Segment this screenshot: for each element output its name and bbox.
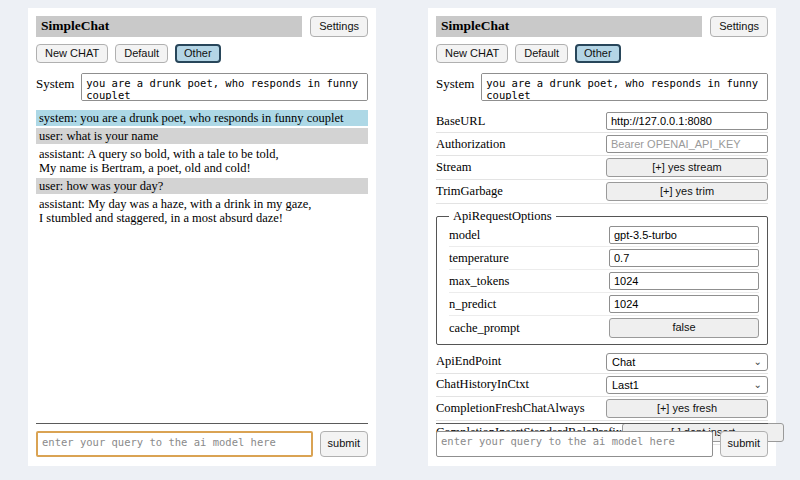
- chat-history-label: ChatHistoryInCtxt: [436, 377, 529, 392]
- session-button-default[interactable]: Default: [115, 44, 168, 63]
- setting-row-n-predict: n_predict: [449, 293, 759, 316]
- session-button-new-chat[interactable]: New CHAT: [36, 44, 108, 63]
- model-input[interactable]: [609, 226, 759, 244]
- session-buttons: New CHAT Default Other: [36, 44, 368, 63]
- query-input[interactable]: [36, 431, 313, 457]
- system-label: System: [436, 73, 474, 92]
- session-buttons: New CHAT Default Other: [436, 44, 768, 63]
- header: SimpleChat Settings: [436, 16, 768, 37]
- setting-row-authorization: Authorization: [436, 133, 768, 156]
- trimgarbage-label: TrimGarbage: [436, 184, 503, 199]
- settings-list: BaseURL Authorization Stream [+] yes str…: [436, 110, 768, 445]
- authorization-input[interactable]: [606, 135, 768, 153]
- cache-prompt-label: cache_prompt: [449, 321, 520, 336]
- chat-message-assistant: assistant: A query so bold, with a tale …: [36, 146, 368, 176]
- completion-fresh-toggle-button[interactable]: [+] yes fresh: [606, 399, 768, 418]
- divider: [436, 423, 768, 424]
- query-footer: submit: [436, 423, 768, 457]
- api-endpoint-label: ApiEndPoint: [436, 354, 501, 369]
- chat-message-system: system: you are a drunk poet, who respon…: [36, 110, 368, 126]
- api-endpoint-selected-value: Chat: [612, 356, 635, 368]
- divider: [36, 423, 368, 424]
- api-request-options-fieldset: ApiRequestOptions model temperature max_…: [436, 209, 768, 344]
- setting-row-stream: Stream [+] yes stream: [436, 156, 768, 180]
- session-button-other[interactable]: Other: [175, 44, 221, 63]
- chat-message-list: system: you are a drunk poet, who respon…: [36, 110, 368, 226]
- setting-row-chat-history: ChatHistoryInCtxt Last1 ⌄: [436, 374, 768, 397]
- baseurl-label: BaseURL: [436, 114, 485, 129]
- setting-row-completion-fresh: CompletionFreshChatAlways [+] yes fresh: [436, 397, 768, 421]
- setting-row-trimgarbage: TrimGarbage [+] yes trim: [436, 180, 768, 204]
- chat-panel: SimpleChat Settings New CHAT Default Oth…: [28, 8, 376, 466]
- api-request-options-legend: ApiRequestOptions: [449, 209, 556, 224]
- n-predict-input[interactable]: [609, 295, 759, 313]
- setting-row-cache-prompt: cache_prompt false: [449, 316, 759, 339]
- chevron-down-icon: ⌄: [754, 358, 762, 366]
- system-prompt-textarea[interactable]: you are a drunk poet, who responds in fu…: [481, 73, 768, 101]
- app-title: SimpleChat: [436, 16, 702, 37]
- query-input[interactable]: [436, 431, 713, 457]
- trimgarbage-toggle-button[interactable]: [+] yes trim: [606, 182, 768, 201]
- api-endpoint-select[interactable]: Chat ⌄: [606, 353, 768, 371]
- chat-message-assistant: assistant: My day was a haze, with a dri…: [36, 196, 368, 226]
- system-label: System: [36, 73, 74, 92]
- query-footer: submit: [36, 423, 368, 457]
- setting-row-model: model: [449, 224, 759, 247]
- header: SimpleChat Settings: [36, 16, 368, 37]
- system-prompt-row: System you are a drunk poet, who respond…: [36, 73, 368, 101]
- stream-toggle-button[interactable]: [+] yes stream: [606, 158, 768, 177]
- session-button-other[interactable]: Other: [575, 44, 621, 63]
- session-button-new-chat[interactable]: New CHAT: [436, 44, 508, 63]
- settings-button[interactable]: Settings: [310, 16, 368, 37]
- setting-row-temperature: temperature: [449, 247, 759, 270]
- chevron-down-icon: ⌄: [754, 381, 762, 389]
- submit-button[interactable]: submit: [720, 431, 768, 457]
- chat-message-user: user: how was your day?: [36, 178, 368, 194]
- model-label: model: [449, 228, 480, 243]
- temperature-input[interactable]: [609, 249, 759, 267]
- settings-button[interactable]: Settings: [710, 16, 768, 37]
- setting-row-baseurl: BaseURL: [436, 110, 768, 133]
- setting-row-api-endpoint: ApiEndPoint Chat ⌄: [436, 351, 768, 374]
- system-prompt-textarea[interactable]: you are a drunk poet, who responds in fu…: [81, 73, 368, 101]
- authorization-label: Authorization: [436, 137, 505, 152]
- system-prompt-row: System you are a drunk poet, who respond…: [436, 73, 768, 101]
- cache-prompt-toggle-button[interactable]: false: [609, 318, 759, 337]
- baseurl-input[interactable]: [606, 112, 768, 130]
- completion-fresh-label: CompletionFreshChatAlways: [436, 401, 585, 416]
- max-tokens-label: max_tokens: [449, 274, 509, 289]
- settings-panel: SimpleChat Settings New CHAT Default Oth…: [428, 8, 776, 466]
- temperature-label: temperature: [449, 251, 509, 266]
- max-tokens-input[interactable]: [609, 272, 759, 290]
- chat-history-selected-value: Last1: [612, 379, 639, 391]
- setting-row-max-tokens: max_tokens: [449, 270, 759, 293]
- app-title: SimpleChat: [36, 16, 302, 37]
- chat-history-select[interactable]: Last1 ⌄: [606, 376, 768, 394]
- chat-message-user: user: what is your name: [36, 128, 368, 144]
- session-button-default[interactable]: Default: [515, 44, 568, 63]
- n-predict-label: n_predict: [449, 297, 496, 312]
- submit-button[interactable]: submit: [320, 431, 368, 457]
- stream-label: Stream: [436, 160, 471, 175]
